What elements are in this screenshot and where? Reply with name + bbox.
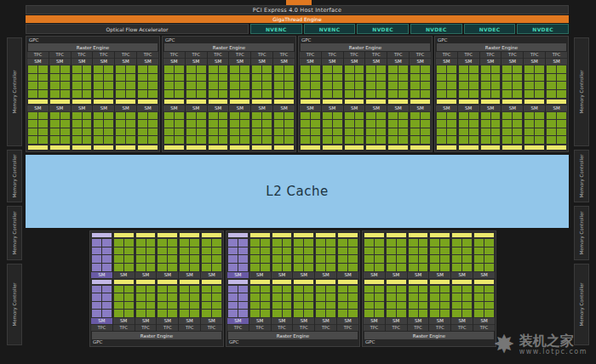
compute-unit-cell xyxy=(168,310,177,317)
tpc-4: TPCSMSM xyxy=(179,232,200,331)
sm-unit-grid xyxy=(208,111,229,145)
compute-unit-cell xyxy=(283,247,292,255)
rt-core-bar xyxy=(387,280,406,284)
gpc-label: GPC xyxy=(436,37,567,43)
tpc-0: TPCSMSM xyxy=(436,52,457,151)
compute-unit-cell xyxy=(94,65,103,73)
gpc-label: GPC xyxy=(227,339,358,345)
sm-unit-grid xyxy=(344,111,365,145)
compute-unit-cell xyxy=(219,90,228,98)
compute-unit-cell xyxy=(158,255,167,263)
compute-unit-cell xyxy=(437,136,446,144)
tpc-label: TPC xyxy=(208,52,229,58)
rt-core-bar xyxy=(410,100,430,104)
raster-engine-bar: Raster Engine xyxy=(92,332,221,339)
compute-unit-cell xyxy=(197,74,206,82)
compute-unit-cell xyxy=(168,264,177,271)
tpc-label: TPC xyxy=(546,52,567,58)
sm-block: SM xyxy=(179,279,200,325)
gigathread-engine-bar: GigaThread Engine xyxy=(26,15,569,23)
rt-core-bar xyxy=(409,233,428,237)
compute-unit-cell xyxy=(301,128,310,136)
compute-unit-cell xyxy=(92,239,101,247)
compute-unit-cell xyxy=(175,82,184,89)
rt-core-bar xyxy=(366,100,386,104)
sm-block: SM xyxy=(501,105,523,151)
compute-unit-cell xyxy=(469,112,479,120)
compute-unit-cell xyxy=(459,136,468,144)
compute-unit-cell xyxy=(440,264,450,271)
compute-unit-cell xyxy=(535,120,544,128)
sm-label: SM xyxy=(113,272,135,278)
compute-unit-cell xyxy=(50,82,60,89)
tpc-5: TPCSMSM xyxy=(473,232,495,331)
sm-unit-grid xyxy=(251,65,272,99)
sm-unit-grid xyxy=(429,238,450,272)
compute-unit-cell xyxy=(355,90,364,98)
rt-core-bar xyxy=(338,233,358,237)
compute-unit-cell xyxy=(304,293,313,301)
compute-unit-cell xyxy=(364,247,374,255)
sm-unit-grid xyxy=(135,285,157,319)
compute-unit-cell xyxy=(409,293,418,301)
sm-block: SM xyxy=(91,279,112,325)
sm-block: SM xyxy=(157,232,178,278)
sm-unit-grid xyxy=(72,111,93,145)
tpc-label: TPC xyxy=(115,52,136,58)
rt-core-bar xyxy=(202,280,221,284)
rt-core-bar xyxy=(72,145,92,150)
tpc-label: TPC xyxy=(386,325,407,331)
sm-unit-grid xyxy=(249,285,271,319)
sm-unit-grid xyxy=(201,285,222,319)
sm-unit-grid xyxy=(113,238,135,272)
sm-unit-grid xyxy=(93,111,114,145)
rt-core-bar xyxy=(437,145,456,150)
sm-label: SM xyxy=(249,272,271,278)
compute-unit-cell xyxy=(114,264,123,271)
sm-label: SM xyxy=(229,105,250,111)
compute-unit-cell xyxy=(28,128,37,136)
compute-unit-cell xyxy=(209,120,218,128)
rt-core-bar xyxy=(364,280,384,284)
compute-unit-cell xyxy=(228,302,238,310)
compute-unit-cell xyxy=(387,255,396,263)
sm-block: SM xyxy=(546,59,567,105)
compute-unit-cell xyxy=(209,65,218,73)
compute-unit-cell xyxy=(60,74,70,82)
compute-unit-cell xyxy=(469,65,479,73)
compute-unit-cell xyxy=(28,112,37,120)
compute-unit-cell xyxy=(364,286,374,293)
compute-unit-cell xyxy=(202,255,211,263)
compute-unit-cell xyxy=(491,120,501,128)
compute-unit-cell xyxy=(209,90,218,98)
rt-core-bar xyxy=(294,280,313,284)
compute-unit-cell xyxy=(250,264,260,271)
compute-unit-cell xyxy=(459,112,468,120)
compute-unit-cell xyxy=(180,286,189,293)
sm-unit-grid xyxy=(273,65,295,99)
sm-unit-grid xyxy=(115,65,136,99)
sm-label: SM xyxy=(201,272,222,278)
compute-unit-cell xyxy=(375,310,384,317)
compute-unit-cell xyxy=(114,255,123,263)
compute-unit-cell xyxy=(197,90,206,98)
compute-unit-cell xyxy=(238,302,248,310)
compute-unit-cell xyxy=(301,120,310,128)
compute-unit-cell xyxy=(175,120,184,128)
compute-unit-cell xyxy=(164,90,174,98)
compute-unit-cell xyxy=(250,255,260,263)
compute-unit-cell xyxy=(459,120,468,128)
rt-core-bar xyxy=(186,145,206,150)
sm-label: SM xyxy=(208,105,229,111)
compute-unit-cell xyxy=(238,286,248,293)
sm-block: SM xyxy=(179,232,200,278)
compute-unit-cell xyxy=(60,82,70,89)
sm-unit-grid xyxy=(272,238,293,272)
gpc-top-3: GPCRaster EngineTPCSMSMTPCSMSMTPCSMSMTPC… xyxy=(434,36,569,152)
tpc-label: TPC xyxy=(410,52,431,58)
compute-unit-cell xyxy=(375,264,384,271)
sm-label: SM xyxy=(387,105,409,111)
sm-label: SM xyxy=(408,272,429,278)
sm-label: SM xyxy=(473,272,495,278)
sm-block: SM xyxy=(480,59,501,105)
